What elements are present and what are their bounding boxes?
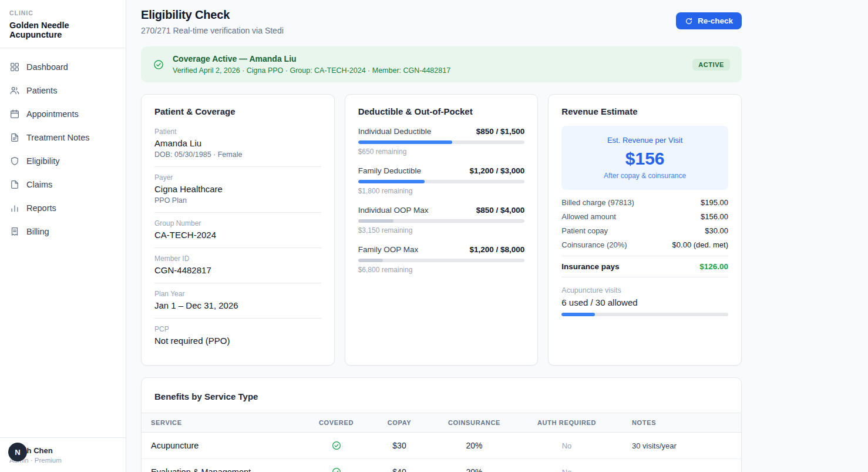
remaining-label: $1,800 remaining <box>358 187 525 195</box>
field-value: Amanda Liu <box>154 138 321 148</box>
nav-label: Claims <box>26 180 52 189</box>
progress-fill <box>358 219 393 223</box>
coverage-active-banner: Coverage Active — Amanda Liu Verified Ap… <box>141 46 742 82</box>
app-root: CLINIC Golden Needle Acupuncture Dashboa… <box>0 0 868 472</box>
field-group-number: Group Number CA-TECH-2024 <box>154 213 321 248</box>
table-row[interactable]: Acupuncture $30 20% No 30 visits/year <box>142 433 741 459</box>
covered-cell <box>311 467 361 472</box>
progress-bar <box>358 219 525 223</box>
benefits-table-title: Benefits by Service Type <box>142 378 741 413</box>
sidebar-item-reports[interactable]: Reports <box>5 196 121 220</box>
notes-cell: 30 visits/year <box>623 441 732 450</box>
remaining-label: $3,150 remaining <box>358 226 525 235</box>
column-header-auth: AUTH REQUIRED <box>511 419 623 426</box>
progress-bar <box>358 259 525 262</box>
oop-item-individual: Individual OOP Max $850 / $4,000 $3,150 … <box>358 206 525 235</box>
visits-section: Acupuncture visits 6 used / 30 allowed <box>561 286 728 316</box>
row-value: $195.00 <box>701 198 728 207</box>
nav-label: Eligibility <box>26 156 59 166</box>
sidebar-item-billing[interactable]: Billing <box>5 220 121 243</box>
clinic-label: CLINIC <box>9 9 116 16</box>
sidebar-user[interactable]: Norah Chen Admin · Premium N <box>0 437 126 472</box>
note-icon <box>9 132 20 143</box>
row-value: $30.00 <box>705 226 728 235</box>
field-value: Jan 1 – Dec 31, 2026 <box>154 300 321 310</box>
field-patient: Patient Amanda Liu DOB: 05/30/1985 · Fem… <box>154 121 321 167</box>
field-value: CA-TECH-2024 <box>154 230 321 240</box>
card-title: Deductible & Out-of-Pocket <box>358 106 525 116</box>
patient-fields: Patient Amanda Liu DOB: 05/30/1985 · Fem… <box>154 121 321 353</box>
coinsurance-cell: 20% <box>438 441 511 450</box>
service-cell: Acupuncture <box>151 441 311 450</box>
sidebar-item-patients[interactable]: Patients <box>5 79 121 102</box>
avatar[interactable]: N <box>8 443 27 461</box>
field-label: PCP <box>154 325 321 333</box>
recheck-label: Re-check <box>698 16 733 25</box>
row-label: Patient copay <box>561 226 608 235</box>
total-value: $126.00 <box>699 262 728 271</box>
deductible-label: Family Deductible <box>358 166 421 175</box>
sidebar: CLINIC Golden Needle Acupuncture Dashboa… <box>0 0 126 472</box>
coinsurance-cell: 20% <box>438 467 511 472</box>
field-value: Not required (PPO) <box>154 336 321 346</box>
column-header-covered: COVERED <box>311 419 361 426</box>
sidebar-item-appointments[interactable]: Appointments <box>5 102 121 126</box>
file-icon <box>9 179 20 190</box>
covered-check-icon <box>331 467 342 472</box>
sidebar-item-dashboard[interactable]: Dashboard <box>5 55 121 79</box>
row-label: Billed charge (97813) <box>561 198 634 207</box>
field-member-id: Member ID CGN-4482817 <box>154 248 321 283</box>
banner-title: Coverage Active — Amanda Liu <box>173 54 684 63</box>
revenue-highlight-sub: After copay & coinsurance <box>567 172 722 180</box>
sidebar-nav: Dashboard Patients Appointments Treatmen… <box>0 48 126 250</box>
revenue-highlight-label: Est. Revenue per Visit <box>567 136 722 145</box>
deductible-value: $1,200 / $8,000 <box>469 245 524 254</box>
deductible-value: $850 / $1,500 <box>476 127 525 136</box>
revenue-row-allowed: Allowed amount $156.00 <box>561 212 728 221</box>
field-sub: PPO Plan <box>154 196 321 205</box>
copay-cell: $40 <box>361 467 438 472</box>
calendar-icon <box>9 109 20 119</box>
card-title: Revenue Estimate <box>561 106 728 116</box>
recheck-button[interactable]: Re-check <box>676 12 742 29</box>
row-label: Allowed amount <box>561 212 616 221</box>
field-payer: Payer Cigna Healthcare PPO Plan <box>154 167 321 213</box>
field-label: Payer <box>154 173 321 182</box>
covered-check-icon <box>331 440 342 451</box>
row-label: Coinsurance (20%) <box>561 240 627 249</box>
auth-cell: No <box>511 468 623 472</box>
nav-label: Patients <box>26 86 57 95</box>
deductible-oop-card: Deductible & Out-of-Pocket Individual De… <box>345 94 539 366</box>
field-label: Group Number <box>154 219 321 227</box>
table-row[interactable]: Evaluation & Management $40 20% No — <box>142 459 741 472</box>
revenue-estimate-card: Revenue Estimate Est. Revenue per Visit … <box>548 94 742 366</box>
row-value: $156.00 <box>701 212 728 221</box>
field-pcp: PCP Not required (PPO) <box>154 319 321 353</box>
dashboard-icon <box>9 62 20 72</box>
revenue-row-billed: Billed charge (97813) $195.00 <box>561 198 728 207</box>
user-role: Admin · Premium <box>9 457 116 464</box>
oop-item-family: Family OOP Max $1,200 / $8,000 $6,800 re… <box>358 245 525 274</box>
nav-label: Treatment Notes <box>26 133 89 142</box>
patient-coverage-card: Patient & Coverage Patient Amanda Liu DO… <box>141 94 335 366</box>
sidebar-item-eligibility[interactable]: Eligibility <box>5 149 121 173</box>
receipt-icon <box>9 226 20 237</box>
sidebar-item-claims[interactable]: Claims <box>5 173 121 196</box>
progress-fill <box>358 140 453 144</box>
progress-bar <box>358 140 525 144</box>
visits-progress-bar <box>561 313 728 316</box>
sidebar-item-treatment-notes[interactable]: Treatment Notes <box>5 126 121 149</box>
field-sub: DOB: 05/30/1985 · Female <box>154 150 321 159</box>
field-label: Member ID <box>154 255 321 263</box>
nav-label: Dashboard <box>26 62 68 72</box>
deductible-item-individual: Individual Deductible $850 / $1,500 $650… <box>358 127 525 156</box>
page-title: Eligibility Check <box>141 8 284 22</box>
field-value: CGN-4482817 <box>154 265 321 275</box>
progress-fill <box>358 259 383 262</box>
nav-label: Billing <box>26 227 49 236</box>
main-content: Eligibility Check 270/271 Real-time veri… <box>126 0 868 472</box>
column-header-copay: COPAY <box>361 419 438 426</box>
field-value: Cigna Healthcare <box>154 184 321 194</box>
revenue-row-coinsurance: Coinsurance (20%) $0.00 (ded. met) <box>561 240 728 249</box>
field-plan-year: Plan Year Jan 1 – Dec 31, 2026 <box>154 283 321 319</box>
